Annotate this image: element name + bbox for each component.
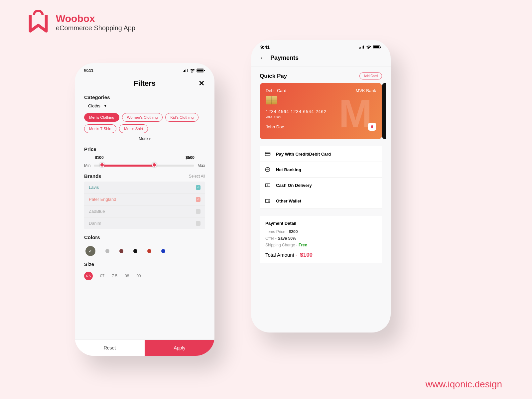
price-label: Price bbox=[84, 146, 205, 152]
price-max-value: $500 bbox=[186, 155, 195, 160]
pay-option-cod[interactable]: $ Cash On Delivery bbox=[260, 177, 382, 193]
svg-rect-12 bbox=[268, 200, 270, 201]
max-label: Max bbox=[198, 163, 205, 168]
close-icon[interactable]: ✕ bbox=[199, 79, 204, 88]
status-time: 9:41 bbox=[260, 45, 270, 50]
slider-thumb-max[interactable] bbox=[152, 163, 157, 167]
globe-icon bbox=[265, 167, 271, 173]
brand-item-danim[interactable]: Danim bbox=[84, 217, 205, 229]
categories-label: Categories bbox=[84, 94, 205, 100]
svg-text:$: $ bbox=[267, 184, 269, 187]
wallet-icon bbox=[265, 198, 271, 204]
chip-mens-shirt[interactable]: Men's Shirt bbox=[119, 124, 148, 133]
pay-option-card[interactable]: Pay With Credit/Debit Card bbox=[260, 146, 382, 162]
card-chip-icon bbox=[266, 96, 277, 104]
items-price: $200 bbox=[289, 229, 298, 234]
card-number: 1234 4564 1234 6544 2462 bbox=[266, 109, 376, 114]
card-type: Debit Card bbox=[266, 88, 286, 93]
brand-logo-icon bbox=[27, 10, 50, 35]
brand-header: Woobox eCommerce Shopping App bbox=[27, 10, 135, 35]
brands-label: Brands bbox=[84, 173, 101, 179]
chevron-down-icon: ▾ bbox=[149, 137, 151, 141]
checkbox-checked-icon: ✓ bbox=[196, 197, 200, 202]
checkbox-checked-icon: ✓ bbox=[196, 185, 200, 190]
pay-option-netbanking[interactable]: Net Banking bbox=[260, 162, 382, 178]
min-label: Min bbox=[84, 163, 90, 168]
color-swatch[interactable] bbox=[105, 249, 109, 253]
credit-card[interactable]: M Debit Card MVK Bank 1234 4564 1234 654… bbox=[260, 83, 382, 139]
brand-item-pater[interactable]: Pater England ✓ bbox=[84, 194, 205, 205]
payments-title: Payments bbox=[270, 55, 299, 62]
dropdown-value: Cloths bbox=[88, 103, 100, 108]
svg-rect-4 bbox=[373, 46, 379, 48]
color-swatch[interactable] bbox=[133, 249, 137, 253]
svg-rect-7 bbox=[265, 153, 270, 154]
cash-icon: $ bbox=[265, 182, 271, 188]
brand-tagline: eCommerce Shopping App bbox=[56, 24, 135, 32]
status-icons bbox=[183, 68, 205, 72]
size-option[interactable]: 09 bbox=[136, 274, 141, 278]
brand-item-lavis[interactable]: Lavis ✓ bbox=[84, 182, 205, 194]
filters-title: Filters bbox=[134, 79, 156, 88]
category-dropdown[interactable]: Cloths ▼ bbox=[84, 103, 205, 108]
color-swatch[interactable] bbox=[147, 249, 151, 253]
svg-rect-1 bbox=[197, 69, 203, 71]
phone-payments: 9:41 ← Payments Quick Pay Add Card M Deb… bbox=[251, 40, 391, 332]
svg-rect-5 bbox=[380, 47, 381, 48]
card-holder: John Doe bbox=[266, 124, 284, 129]
status-time: 9:41 bbox=[84, 68, 93, 73]
price-min-value: $100 bbox=[95, 155, 104, 160]
pay-option-wallet[interactable]: Other Wallet bbox=[260, 193, 382, 209]
brand-name: Woobox bbox=[56, 13, 135, 24]
colors-label: Colors bbox=[84, 234, 205, 240]
chip-kids-clothing[interactable]: Kid's Clothing bbox=[165, 113, 199, 122]
chip-mens-clothing[interactable]: Men's Clothing bbox=[84, 113, 119, 122]
color-swatch[interactable] bbox=[119, 249, 123, 253]
checkbox-unchecked-icon bbox=[196, 209, 200, 214]
phone-filters: 9:41 Filters ✕ Categories Cloths ▼ Men's… bbox=[75, 63, 214, 356]
color-swatch[interactable] bbox=[161, 249, 165, 253]
apply-button[interactable]: Apply bbox=[145, 340, 214, 356]
reset-button[interactable]: Reset bbox=[75, 340, 145, 356]
chip-mens-tshirt[interactable]: Men's T-Shirt bbox=[84, 124, 116, 133]
chevron-down-icon: ▼ bbox=[104, 104, 107, 108]
price-slider[interactable] bbox=[94, 165, 194, 167]
add-card-button[interactable]: Add Card bbox=[359, 72, 382, 79]
svg-rect-2 bbox=[204, 70, 205, 71]
payment-detail-panel: Payment Detail Items Price - $200 Offer … bbox=[260, 216, 382, 263]
chip-womens-clothing[interactable]: Women's Clothing bbox=[122, 113, 163, 122]
status-icons bbox=[359, 45, 381, 49]
size-label: Size bbox=[84, 261, 205, 267]
checkbox-unchecked-icon bbox=[196, 221, 200, 226]
shipping-value: Free bbox=[299, 243, 307, 247]
status-bar: 9:41 bbox=[251, 40, 391, 51]
color-swatch-selected[interactable]: ✓ bbox=[85, 246, 95, 256]
delete-card-icon[interactable] bbox=[368, 123, 376, 131]
size-option-selected[interactable]: 6.5 bbox=[84, 272, 93, 280]
brand-item-zadblue[interactable]: ZadBlue bbox=[84, 205, 205, 217]
back-arrow-icon[interactable]: ← bbox=[260, 55, 266, 62]
quick-pay-label: Quick Pay bbox=[260, 73, 287, 79]
size-option[interactable]: 7.5 bbox=[112, 274, 117, 278]
size-option[interactable]: 08 bbox=[125, 274, 129, 278]
size-option[interactable]: 07 bbox=[100, 274, 104, 278]
status-bar: 9:41 bbox=[75, 63, 214, 74]
more-button[interactable]: More ▾ bbox=[84, 136, 205, 141]
total-amount: $100 bbox=[300, 252, 313, 258]
footer-url[interactable]: www.iqonic.design bbox=[426, 379, 502, 390]
select-all-button[interactable]: Select All bbox=[189, 174, 205, 179]
payment-detail-title: Payment Detail bbox=[265, 221, 376, 226]
next-card-peek[interactable] bbox=[382, 83, 386, 139]
card-icon bbox=[265, 151, 271, 157]
offer-value: Save 50% bbox=[278, 236, 296, 241]
